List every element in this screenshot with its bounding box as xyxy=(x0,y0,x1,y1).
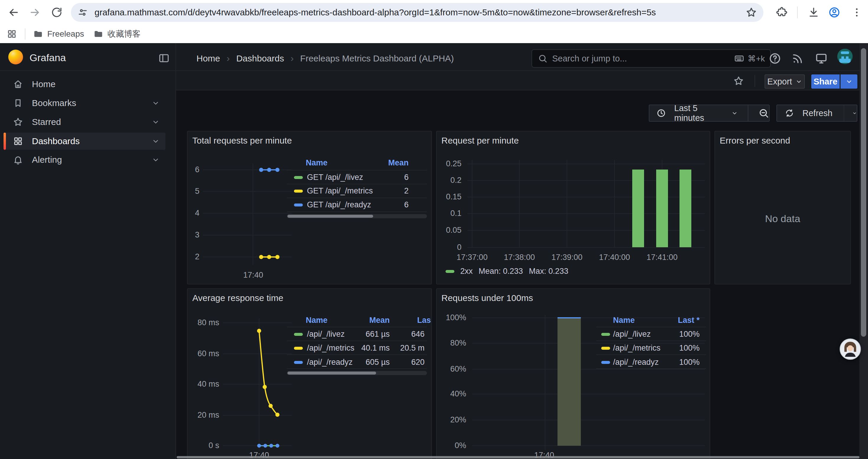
dashboards-grid-icon xyxy=(13,136,23,146)
panel-title[interactable]: Errors per second xyxy=(720,136,790,145)
series-name[interactable]: GET /api/_/livez xyxy=(307,173,363,182)
favorite-star-icon[interactable] xyxy=(733,76,744,86)
legend-mean: Mean: 0.233 xyxy=(478,267,523,276)
x-tick: 17:38:00 xyxy=(496,253,543,262)
bookmark-star-icon[interactable] xyxy=(746,7,757,18)
breadcrumb-separator: › xyxy=(290,53,294,64)
url-text[interactable]: grafana.mathmast.com/d/deytv4rwavabkb/fr… xyxy=(95,7,746,18)
area-chart[interactable] xyxy=(437,289,710,459)
row-separator xyxy=(287,355,427,355)
series-color-pill xyxy=(294,347,303,350)
legend-col-last[interactable]: Las xyxy=(417,316,431,325)
bookmark-label: Freeleaps xyxy=(47,29,84,39)
legend-col-name[interactable]: Name xyxy=(613,316,635,325)
breadcrumb-home[interactable]: Home xyxy=(196,54,220,64)
row-separator xyxy=(596,340,706,341)
legend-col-mean[interactable]: Mean xyxy=(388,158,409,167)
bookmark-item-freeleaps[interactable]: Freeleaps xyxy=(33,25,84,43)
series-mean: 6 xyxy=(379,173,409,182)
keyboard-icon xyxy=(734,54,744,64)
forward-icon[interactable] xyxy=(28,6,41,19)
sidebar-item-bookmarks[interactable]: Bookmarks xyxy=(4,95,165,112)
chevron-down-icon[interactable] xyxy=(152,137,159,145)
share-button[interactable]: Share xyxy=(811,74,840,89)
series-color-pill xyxy=(601,347,610,350)
sidebar-item-alerting[interactable]: Alerting xyxy=(4,151,165,168)
series-color-pill xyxy=(445,270,454,273)
share-label: Share xyxy=(814,77,838,87)
series-color-pill xyxy=(601,333,610,336)
chevron-down-icon xyxy=(845,78,852,85)
series-last: 100% xyxy=(664,358,700,367)
bookmark-item-blogs[interactable]: 收藏博客 xyxy=(93,25,141,43)
refresh-label[interactable]: Refresh xyxy=(802,108,833,118)
site-info-icon[interactable] xyxy=(78,7,88,18)
time-range-label[interactable]: Last 5 minutes xyxy=(674,103,723,123)
breadcrumb-dashboards[interactable]: Dashboards xyxy=(236,54,284,64)
apps-grid-icon[interactable] xyxy=(5,28,18,40)
reload-icon[interactable] xyxy=(50,6,63,19)
horizontal-scrollbar[interactable] xyxy=(177,456,860,458)
search-icon xyxy=(538,54,548,63)
folder-icon xyxy=(93,29,103,39)
legend-col-name[interactable]: Name xyxy=(306,158,328,167)
series-color-pill xyxy=(294,203,303,206)
series-name[interactable]: /api/_/livez xyxy=(307,330,345,339)
sidebar-item-dashboards[interactable]: Dashboards xyxy=(4,133,165,150)
legend-col-name[interactable]: Name xyxy=(306,316,328,325)
actions-divider xyxy=(754,75,755,87)
export-button[interactable]: Export xyxy=(765,74,805,89)
chevron-down-icon[interactable] xyxy=(152,99,159,107)
zoom-out-icon[interactable] xyxy=(758,108,769,119)
profile-icon[interactable] xyxy=(828,6,841,19)
legend-scrollbar[interactable] xyxy=(287,214,427,218)
series-name[interactable]: /api/_/livez xyxy=(613,330,651,339)
browser-toolbar: grafana.mathmast.com/d/deytv4rwavabkb/fr… xyxy=(0,0,868,25)
search-input[interactable] xyxy=(552,54,734,64)
legend-col-last[interactable]: Last * xyxy=(678,316,700,325)
x-tick: 17:40 xyxy=(236,270,271,280)
sidebar-item-home[interactable]: Home xyxy=(4,76,165,93)
back-icon[interactable] xyxy=(7,6,20,19)
sidebar-item-starred[interactable]: Starred xyxy=(4,113,165,131)
collapse-sidebar-icon[interactable] xyxy=(158,53,169,64)
legend-scrollbar[interactable] xyxy=(287,371,427,375)
user-avatar[interactable] xyxy=(837,49,852,64)
row-separator xyxy=(287,184,427,184)
row-separator xyxy=(287,198,427,198)
row-separator xyxy=(596,355,706,355)
legend-series[interactable]: 2xx xyxy=(460,267,473,276)
chevron-down-icon[interactable] xyxy=(152,118,159,126)
folder-icon xyxy=(33,29,43,39)
sidebar-item-label: Home xyxy=(32,79,56,89)
browser-menu-icon[interactable] xyxy=(850,6,863,19)
page-scrollbar-thumb[interactable] xyxy=(861,48,866,337)
series-name[interactable]: /api/_/metrics xyxy=(613,343,660,353)
url-bar[interactable]: grafana.mathmast.com/d/deytv4rwavabkb/fr… xyxy=(71,3,764,22)
series-name[interactable]: /api/_/readyz xyxy=(613,358,659,367)
monitor-icon[interactable] xyxy=(814,52,829,66)
floating-assistant-avatar[interactable] xyxy=(840,338,861,360)
series-name[interactable]: GET /api/_/readyz xyxy=(307,200,371,209)
rss-icon[interactable] xyxy=(790,52,805,66)
refresh-icon[interactable] xyxy=(785,108,794,118)
active-indicator xyxy=(4,133,6,150)
series-color-pill xyxy=(294,333,303,336)
series-name[interactable]: GET /api/_/metrics xyxy=(307,186,373,196)
series-mean: 6 xyxy=(379,200,409,209)
chevron-down-icon[interactable] xyxy=(152,156,159,164)
legend-col-mean[interactable]: Mean xyxy=(369,316,390,325)
help-icon[interactable] xyxy=(768,52,782,66)
x-tick: 17:37:00 xyxy=(448,253,496,262)
series-mean: 2 xyxy=(379,186,409,196)
group-divider xyxy=(748,104,748,122)
series-mean: 40.1 ms xyxy=(342,343,390,353)
share-menu-button[interactable] xyxy=(840,74,857,89)
download-icon[interactable] xyxy=(807,6,820,19)
row-separator xyxy=(287,327,427,327)
grafana-logo[interactable] xyxy=(8,50,23,64)
extensions-icon[interactable] xyxy=(775,6,788,19)
legend[interactable]: 2xx Mean: 0.233 Max: 0.233 xyxy=(445,267,568,276)
search-box[interactable]: ⌘+k xyxy=(531,49,771,68)
sidebar-item-label: Starred xyxy=(32,117,61,127)
